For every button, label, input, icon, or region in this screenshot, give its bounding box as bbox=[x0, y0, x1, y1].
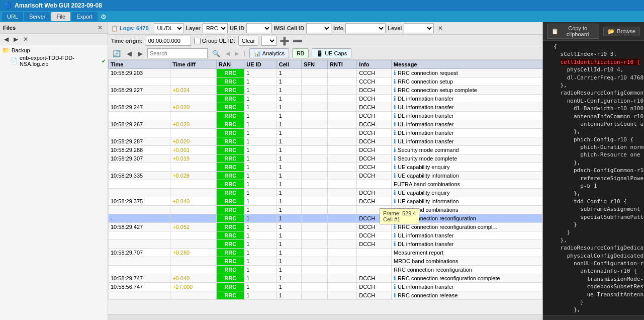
table-row[interactable]: RRC11DCCHℹ RRC connection release bbox=[109, 291, 542, 300]
layer-select[interactable]: RRC bbox=[203, 23, 228, 33]
table-row[interactable]: 10:58:29.227+0.024RRC11DCCHℹ RRC connect… bbox=[109, 86, 542, 95]
col-info[interactable]: Info bbox=[357, 60, 392, 69]
table-row[interactable]: RRC11 RRC connection reconfiguration bbox=[109, 266, 542, 274]
table-cell: DCCH bbox=[357, 172, 392, 180]
info-icon: ℹ bbox=[394, 241, 396, 248]
browse-btn[interactable]: 📂 Browse bbox=[603, 27, 640, 36]
table-cell: DCCH bbox=[357, 154, 392, 163]
nav-next-btn[interactable]: ▶ bbox=[136, 49, 144, 58]
col-timediff[interactable]: Time diff bbox=[170, 60, 217, 69]
col-ran[interactable]: RAN bbox=[217, 60, 244, 69]
table-cell bbox=[170, 257, 217, 266]
table-row[interactable]: 10:58:29.267+0.020RRC11DCCHℹ UL informat… bbox=[109, 120, 542, 129]
time-origin-label: Time origin: bbox=[111, 38, 143, 44]
table-row[interactable]: RRC11DCCHℹ DL information transfer bbox=[109, 95, 542, 103]
table-cell bbox=[301, 146, 327, 154]
table-row[interactable]: RRC11DCCHℹ DL information transfer bbox=[109, 129, 542, 137]
rb-btn[interactable]: RB bbox=[292, 48, 309, 58]
refresh-btn[interactable]: 🔄 bbox=[111, 49, 122, 58]
col-rnti[interactable]: RNTI bbox=[328, 60, 357, 69]
table-cell: RRC connection reconfiguration bbox=[392, 266, 542, 274]
cell-id-select[interactable] bbox=[306, 23, 331, 33]
table-row[interactable]: -RRC11DCCHℹ RRC connection reconfigurati… bbox=[109, 214, 542, 223]
table-cell: 1 bbox=[244, 137, 277, 146]
table-row[interactable]: RRC11DCCHℹ UE capability enquiry bbox=[109, 163, 542, 172]
table-cell: 1 bbox=[244, 172, 277, 180]
table-row[interactable]: 10:58:29.288+0.001RRC11DCCHℹ Security mo… bbox=[109, 146, 542, 154]
file-icon: 📄 bbox=[10, 57, 18, 64]
remove-filter-btn[interactable]: ➖ bbox=[293, 36, 303, 46]
table-cell bbox=[109, 163, 170, 172]
table-row[interactable]: 10:58:29.375+0.040RRC11DCCHℹ UE capabili… bbox=[109, 197, 542, 206]
table-cell bbox=[301, 266, 327, 274]
tab-server[interactable]: Server bbox=[24, 12, 50, 21]
col-cell[interactable]: Cell bbox=[277, 60, 301, 69]
table-cell: +0.052 bbox=[170, 223, 217, 231]
group-ue-checkbox[interactable] bbox=[194, 38, 201, 44]
table-cell: 1 bbox=[277, 69, 301, 77]
tree-item-log-file[interactable]: 📄 enb-export-TDD-FDD-NSA.log.zip ✔ bbox=[0, 54, 108, 67]
filter-uldl-select[interactable]: UL/DL bbox=[154, 23, 184, 33]
col-time[interactable]: Time bbox=[109, 60, 170, 69]
clear-options-select[interactable] bbox=[261, 36, 277, 46]
table-cell bbox=[328, 172, 357, 180]
tab-export[interactable]: Export bbox=[71, 12, 98, 21]
table-row[interactable]: RRC11 MRDC band combinations bbox=[109, 257, 542, 266]
table-cell: RRC bbox=[217, 231, 244, 240]
sidebar-close2-btn[interactable]: ✕ bbox=[21, 35, 30, 44]
tab-url[interactable]: URL bbox=[2, 12, 23, 21]
table-cell: DCCH bbox=[357, 189, 392, 197]
table-row[interactable]: 10:58:29.707+0.280RRC11 Measurement repo… bbox=[109, 249, 542, 257]
info-icon: ℹ bbox=[394, 283, 396, 290]
table-row[interactable]: 10:58:29.307+0.019RRC11DCCHℹ Security mo… bbox=[109, 154, 542, 163]
log-table-wrap[interactable]: Time Time diff RAN UE ID Cell SFN RNTI I… bbox=[108, 60, 542, 314]
level-select[interactable] bbox=[404, 23, 434, 33]
table-cell bbox=[328, 129, 357, 137]
sidebar-forward-btn[interactable]: ▶ bbox=[12, 35, 20, 44]
col-sfn[interactable]: SFN bbox=[301, 60, 327, 69]
sidebar-close-btn[interactable]: ✕ bbox=[96, 23, 105, 32]
code-header: 📋 Copy to clipboard 📂 Browse bbox=[543, 22, 644, 41]
clear-btn[interactable]: Clear bbox=[238, 36, 258, 46]
table-row[interactable]: RRC11DCCHℹ DL information transfer bbox=[109, 240, 542, 249]
table-row[interactable]: RRC11DCCHℹ UE capability enquiry bbox=[109, 189, 542, 197]
table-row[interactable]: 10:58:29.287+0.020RRC11DCCHℹ UL informat… bbox=[109, 137, 542, 146]
log-table: Time Time diff RAN UE ID Cell SFN RNTI I… bbox=[108, 60, 542, 300]
ue-id-select[interactable] bbox=[246, 23, 271, 33]
info-icon: ℹ bbox=[394, 215, 396, 222]
table-row[interactable]: 10:58:29.427+0.052RRC11DCCHℹ RRC connect… bbox=[109, 223, 542, 231]
settings-icon[interactable]: ⚙ bbox=[99, 13, 109, 21]
toolbar-close-btn[interactable]: ✕ bbox=[436, 24, 445, 33]
table-cell: ℹ UE capability information bbox=[392, 197, 542, 206]
table-row[interactable]: RRC11CCCHℹ RRC connection setup bbox=[109, 77, 542, 86]
table-cell bbox=[301, 274, 327, 283]
add-filter-btn[interactable]: ➕ bbox=[280, 36, 290, 46]
search-input[interactable] bbox=[147, 48, 208, 58]
tree-item-backup[interactable]: 📁 Backup bbox=[0, 46, 108, 54]
time-origin-input[interactable] bbox=[146, 36, 191, 46]
table-row[interactable]: RRC11 MRDC band combinations bbox=[109, 206, 542, 214]
table-row[interactable]: RRC11DCCHℹ UL information transfer bbox=[109, 231, 542, 240]
table-cell: 1 bbox=[277, 154, 301, 163]
table-scrollbar[interactable] bbox=[108, 314, 542, 320]
col-ueid[interactable]: UE ID bbox=[244, 60, 277, 69]
info-select[interactable] bbox=[345, 23, 386, 33]
col-message[interactable]: Message bbox=[392, 60, 542, 69]
table-cell bbox=[328, 223, 357, 231]
table-cell: CCCH bbox=[357, 77, 392, 86]
table-row[interactable]: RRC11 EUTRA band combinations bbox=[109, 180, 542, 189]
table-row[interactable]: 10:58:29.247+0.020RRC11DCCHℹ UL informat… bbox=[109, 103, 542, 112]
code-scrollbar-h[interactable] bbox=[543, 315, 644, 320]
analytics-btn[interactable]: 📊 Analytics bbox=[249, 48, 289, 58]
table-row[interactable]: 10:58:29.335+0.028RRC11DCCHℹ UE capabili… bbox=[109, 172, 542, 180]
copy-clipboard-btn[interactable]: 📋 Copy to clipboard bbox=[547, 24, 599, 39]
group-ue-label: Group UE ID: bbox=[194, 38, 235, 44]
tab-file[interactable]: File bbox=[51, 12, 70, 21]
table-row[interactable]: RRC11DCCHℹ DL information transfer bbox=[109, 112, 542, 120]
ue-caps-btn[interactable]: 📱 UE Caps bbox=[312, 48, 351, 58]
sidebar-back-btn[interactable]: ◀ bbox=[2, 35, 11, 44]
table-row[interactable]: 10:58:29.203RRC11CCCHℹ RRC connection re… bbox=[109, 69, 542, 77]
table-row[interactable]: 10:58:56.747+27.000RRC11DCCHℹ UL informa… bbox=[109, 283, 542, 291]
table-row[interactable]: 10:58:29.747+0.040RRC11DCCHℹ RRC connect… bbox=[109, 274, 542, 283]
nav-prev-btn[interactable]: ◀ bbox=[125, 49, 133, 58]
